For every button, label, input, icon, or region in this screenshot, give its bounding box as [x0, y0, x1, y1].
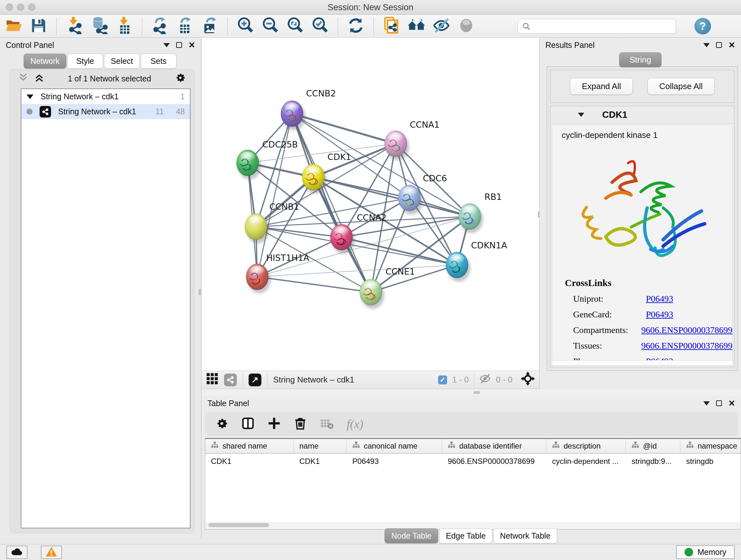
maximize-panel-icon[interactable]	[176, 42, 182, 48]
expand-all-button[interactable]: Expand All	[570, 78, 633, 95]
search-input[interactable]	[518, 19, 676, 34]
left-splitter-handle[interactable]	[199, 289, 201, 295]
tab-select[interactable]: Select	[104, 54, 140, 69]
close-window-button[interactable]	[6, 3, 13, 11]
collection-expand-icon[interactable]	[26, 95, 33, 99]
network-canvas[interactable]: CCNB2CCNA1CDC25BCDK1CDC6RB1CCNB1CCNA2CDK…	[202, 38, 539, 371]
table-cell[interactable]: P06493	[347, 454, 442, 469]
crosslink-link[interactable]: 9606.ENSP00000378699	[642, 341, 732, 351]
memory-button[interactable]: Memory	[676, 545, 735, 559]
table-cell[interactable]: stringdb:9...	[626, 454, 680, 469]
entry-expand-icon[interactable]	[578, 113, 584, 117]
houses-button[interactable]	[408, 17, 425, 35]
network-node-CDKN1A[interactable]: CDKN1A	[446, 240, 508, 282]
float-panel-icon[interactable]	[703, 401, 710, 406]
tab-edge-table[interactable]: Edge Table	[439, 528, 492, 543]
column-header-canonical-name[interactable]: canonical name	[347, 439, 442, 453]
zoom-window-button[interactable]	[28, 3, 36, 11]
minimize-window-button[interactable]	[17, 3, 24, 11]
import-network-from-database-button[interactable]	[91, 17, 108, 35]
network-edge-CCNE1-HIST1H1A[interactable]	[257, 277, 371, 292]
table-panel: Table Panel ✕ f(x) shared namenamecanoni…	[202, 396, 741, 530]
collapse-all-button[interactable]: Collapse All	[648, 78, 715, 95]
table-cell[interactable]: cyclin-dependent ...	[546, 454, 626, 469]
collapse-all-networks-icon[interactable]	[18, 72, 28, 84]
column-header-shared-name[interactable]: shared name	[205, 439, 293, 453]
export-table-button[interactable]	[176, 17, 193, 35]
column-header-name[interactable]: name	[293, 439, 347, 453]
results-scrollbar[interactable]	[552, 360, 732, 365]
table-cell[interactable]: 9606.ENSP00000378699	[442, 454, 546, 469]
expand-all-networks-icon[interactable]	[34, 72, 44, 84]
maximize-panel-icon[interactable]	[716, 42, 722, 48]
center-view-icon[interactable]	[521, 372, 535, 388]
table-cell[interactable]: CDK1	[293, 454, 347, 469]
zoom-fit-button[interactable]	[286, 17, 304, 35]
copy-network-button[interactable]	[383, 17, 400, 35]
scrollbar-thumb[interactable]	[208, 523, 269, 527]
table-panel-header: Table Panel ✕	[202, 396, 741, 411]
import-table-button[interactable]	[116, 17, 133, 35]
network-node-CCNE1[interactable]: CCNE1	[360, 266, 415, 309]
export-image-button[interactable]	[201, 17, 218, 35]
maximize-panel-icon[interactable]	[716, 400, 722, 406]
delete-columns-icon[interactable]	[293, 417, 307, 431]
splitter-handle[interactable]	[474, 391, 480, 394]
network-collection-row[interactable]: String Network – cdk1 1	[21, 89, 190, 104]
hidden-items-icon[interactable]	[479, 373, 491, 387]
tab-node-table[interactable]: Node Table	[385, 528, 438, 543]
help-button[interactable]: ?	[694, 18, 711, 35]
tab-sets[interactable]: Sets	[141, 54, 177, 69]
zoom-in-button[interactable]	[237, 17, 254, 35]
network-edge-CCNB2-HIST1H1A[interactable]	[257, 114, 292, 277]
zoom-selected-button[interactable]	[312, 17, 329, 35]
open-session-button[interactable]	[5, 17, 22, 35]
save-session-button[interactable]	[30, 17, 47, 35]
table-row[interactable]: CDK1CDK1P064939606.ENSP00000378699cyclin…	[205, 454, 741, 469]
tab-string[interactable]: String	[619, 52, 662, 67]
birds-eye-view-icon[interactable]	[206, 373, 218, 387]
column-header-description[interactable]: description	[546, 439, 626, 453]
table-cell[interactable]: stringdb	[680, 454, 741, 469]
network-edge-CCNB2-RB1[interactable]	[292, 114, 470, 216]
column-header-namespace[interactable]: namespace	[680, 439, 741, 453]
column-header-database-identifier[interactable]: database identifier	[442, 439, 546, 453]
gene-entry-header[interactable]: CDK1	[550, 106, 734, 124]
float-panel-icon[interactable]	[703, 43, 710, 47]
crosslink-link[interactable]: 9606.ENSP00000378699	[642, 325, 732, 335]
close-panel-icon[interactable]: ✕	[188, 42, 195, 48]
open-in-window-icon[interactable]: ↗	[249, 374, 261, 386]
table-horizontal-scrollbar[interactable]	[206, 522, 740, 528]
warnings-button[interactable]	[41, 546, 62, 559]
network-edge-CCNB2-CCNA1[interactable]	[292, 114, 396, 144]
show-columns-icon[interactable]	[241, 417, 255, 431]
zoom-out-button[interactable]	[262, 17, 279, 35]
close-panel-icon[interactable]: ✕	[728, 400, 735, 406]
horizontal-splitter[interactable]	[202, 389, 741, 396]
cloud-status-button[interactable]	[6, 546, 27, 559]
column-header--id[interactable]: @id	[626, 439, 680, 453]
table-cell[interactable]: CDK1	[205, 454, 293, 469]
export-network-button[interactable]	[151, 17, 169, 35]
tab-network[interactable]: Network	[23, 54, 66, 69]
network-node-CCNA1[interactable]: CCNA1	[385, 120, 440, 160]
hide-selected-button[interactable]	[433, 17, 450, 35]
crosslink-link[interactable]: P06493	[646, 294, 673, 304]
network-row[interactable]: String Network – cdk1 11 48	[21, 104, 190, 119]
import-network-button[interactable]	[66, 17, 83, 35]
network-edge-CCNB2-CCNE1[interactable]	[292, 114, 371, 292]
selected-items-checkbox[interactable]: ✓	[438, 375, 447, 384]
table-options-gear-icon[interactable]	[215, 417, 228, 431]
network-options-gear-icon[interactable]	[175, 72, 186, 85]
network-node-CDC25B[interactable]: CDC25B	[237, 139, 298, 179]
crosslink-link[interactable]: P06493	[646, 309, 673, 320]
create-column-icon[interactable]	[267, 417, 281, 431]
float-panel-icon[interactable]	[163, 43, 170, 47]
close-panel-icon[interactable]: ✕	[728, 42, 735, 48]
refresh-network-button[interactable]	[347, 17, 364, 35]
show-all-button[interactable]	[458, 17, 475, 35]
network-view[interactable]: CCNB2CCNA1CDC25BCDK1CDC6RB1CCNB1CCNA2CDK…	[202, 38, 539, 371]
tab-network-table[interactable]: Network Table	[493, 528, 557, 543]
network-node-RB1[interactable]: RB1	[459, 192, 502, 233]
tab-style[interactable]: Style	[67, 54, 103, 69]
